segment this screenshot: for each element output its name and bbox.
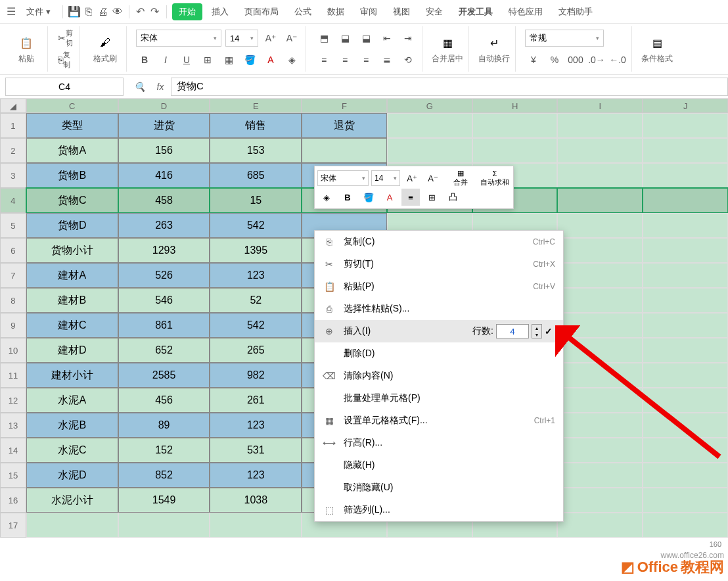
- fill-color-button[interactable]: 🪣: [241, 51, 258, 68]
- cell[interactable]: [643, 463, 728, 488]
- ctx-insert[interactable]: ⊕ 插入(I) 行数: ▲▼ ✓: [315, 320, 563, 342]
- cell[interactable]: [387, 138, 472, 163]
- print-icon[interactable]: 🖨: [97, 6, 109, 18]
- undo-icon[interactable]: ↶: [135, 6, 147, 18]
- cell[interactable]: [557, 363, 643, 388]
- ctx-batch[interactable]: 批量处理单元格(P): [315, 387, 563, 409]
- italic-button[interactable]: I: [157, 51, 174, 68]
- row-number[interactable]: 17: [0, 513, 26, 538]
- cell[interactable]: 652: [118, 338, 210, 363]
- row-number[interactable]: 9: [0, 313, 26, 338]
- cell[interactable]: 852: [118, 463, 210, 488]
- cell[interactable]: 458: [118, 188, 210, 213]
- tab-review[interactable]: 审阅: [353, 3, 384, 20]
- cell[interactable]: [557, 138, 643, 163]
- align-center-icon[interactable]: ≡: [336, 51, 353, 68]
- cell[interactable]: [643, 138, 728, 163]
- rows-spinner[interactable]: ▲▼: [532, 324, 542, 338]
- cell[interactable]: 685: [210, 163, 302, 188]
- cut-button[interactable]: ✂ 剪切: [57, 30, 74, 47]
- mini-autosum-button[interactable]: Σ自动求和: [479, 170, 511, 187]
- align-left-icon[interactable]: ≡: [315, 51, 332, 68]
- cell[interactable]: [643, 438, 728, 463]
- ctx-clear[interactable]: ⌫清除内容(N): [315, 365, 563, 387]
- row-number[interactable]: 1: [0, 113, 26, 138]
- cell[interactable]: 货物C: [26, 188, 118, 213]
- cell[interactable]: [643, 363, 728, 388]
- cell[interactable]: 546: [118, 288, 210, 313]
- tab-security[interactable]: 安全: [419, 3, 449, 20]
- cell[interactable]: 货物A: [26, 138, 118, 163]
- copy-button[interactable]: ⎘ 复制: [57, 51, 74, 68]
- row-number[interactable]: 8: [0, 288, 26, 313]
- cell[interactable]: [643, 263, 728, 288]
- cell[interactable]: 542: [210, 213, 302, 238]
- comma-icon[interactable]: 000: [567, 51, 584, 68]
- cell[interactable]: [557, 263, 643, 288]
- cell[interactable]: [472, 113, 558, 138]
- wrap-button[interactable]: ↵ 自动换行: [478, 28, 510, 70]
- cell[interactable]: [557, 188, 643, 213]
- cell[interactable]: [643, 413, 728, 438]
- cell-style-button[interactable]: ▦: [220, 51, 237, 68]
- cell[interactable]: [643, 513, 728, 538]
- cell[interactable]: 建材D: [26, 338, 118, 363]
- decrease-font-icon[interactable]: A⁻: [283, 30, 300, 47]
- ctx-row-height[interactable]: ⟷行高(R)...: [315, 432, 563, 454]
- row-number[interactable]: 3: [0, 163, 26, 188]
- row-number[interactable]: 11: [0, 363, 26, 388]
- col-header-g[interactable]: G: [387, 99, 472, 113]
- formula-input[interactable]: 货物C: [171, 78, 728, 96]
- tab-features[interactable]: 特色应用: [502, 3, 549, 20]
- cell[interactable]: 建材C: [26, 313, 118, 338]
- mini-size-combo[interactable]: 14▾: [371, 170, 400, 186]
- cell[interactable]: [387, 113, 472, 138]
- cell[interactable]: 水泥B: [26, 413, 118, 438]
- orientation-icon[interactable]: ⟲: [399, 51, 417, 68]
- cell[interactable]: 89: [118, 413, 210, 438]
- cell[interactable]: [557, 113, 643, 138]
- font-size-combo[interactable]: 14▾: [225, 30, 258, 47]
- tab-dochelp[interactable]: 文档助手: [552, 3, 599, 20]
- file-menu[interactable]: 文件 ▾: [20, 3, 57, 20]
- indent-decrease-icon[interactable]: ⇤: [378, 30, 396, 47]
- cell[interactable]: [643, 213, 728, 238]
- cell[interactable]: 123: [210, 263, 302, 288]
- cell[interactable]: 建材B: [26, 288, 118, 313]
- bold-button[interactable]: B: [136, 51, 153, 68]
- cell[interactable]: [472, 138, 558, 163]
- tab-formula[interactable]: 公式: [288, 3, 318, 20]
- row-number[interactable]: 5: [0, 213, 26, 238]
- cell[interactable]: [557, 463, 643, 488]
- underline-button[interactable]: U: [178, 51, 195, 68]
- ctx-paste-special[interactable]: ⎙选择性粘贴(S)...: [315, 298, 563, 320]
- table-row[interactable]: 1类型进货销售退货: [0, 113, 728, 138]
- cell[interactable]: [302, 138, 387, 163]
- cell[interactable]: 货物D: [26, 213, 118, 238]
- tab-dev[interactable]: 开发工具: [452, 3, 499, 20]
- hamburger-icon[interactable]: ☰: [5, 6, 17, 18]
- cell[interactable]: 156: [118, 138, 210, 163]
- cell[interactable]: 261: [210, 388, 302, 413]
- increase-font-icon[interactable]: A⁺: [262, 30, 279, 47]
- cell[interactable]: 建材小计: [26, 363, 118, 388]
- cell[interactable]: [118, 513, 210, 538]
- row-number[interactable]: 15: [0, 463, 26, 488]
- ctx-copy[interactable]: ⎘复制(C)Ctrl+C: [315, 231, 563, 253]
- cell[interactable]: [557, 288, 643, 313]
- clear-format-button[interactable]: ◈: [283, 51, 300, 68]
- cell[interactable]: [643, 288, 728, 313]
- cell[interactable]: [557, 163, 643, 188]
- cell[interactable]: 建材A: [26, 263, 118, 288]
- cell[interactable]: [643, 488, 728, 513]
- cell[interactable]: 退货: [302, 113, 387, 138]
- cell[interactable]: 263: [118, 213, 210, 238]
- mini-font-color-icon[interactable]: A: [380, 189, 399, 206]
- select-all-corner[interactable]: ◢: [0, 99, 26, 113]
- number-format-combo[interactable]: 常规▾: [525, 30, 604, 47]
- mini-fill-icon[interactable]: 🪣: [359, 189, 378, 206]
- cell[interactable]: 152: [118, 438, 210, 463]
- fx-icon[interactable]: fx: [152, 79, 168, 95]
- font-color-button[interactable]: A: [262, 51, 279, 68]
- tab-data[interactable]: 数据: [321, 3, 351, 20]
